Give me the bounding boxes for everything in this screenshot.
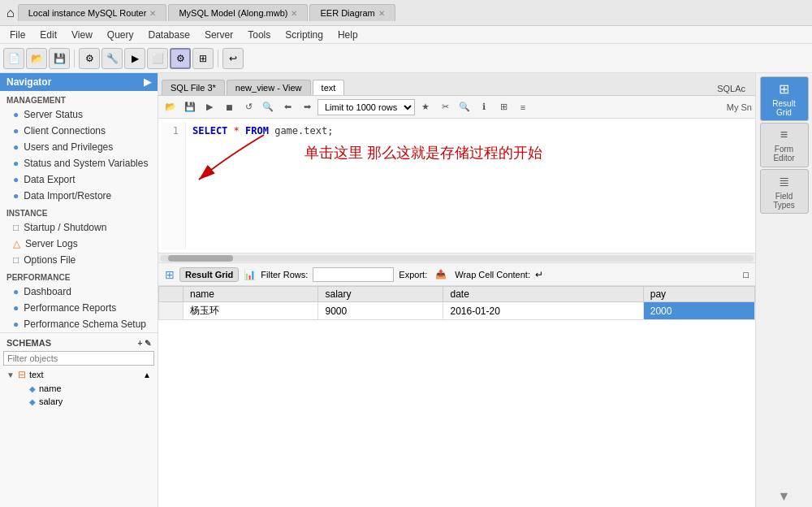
schema-child-salary[interactable]: ◆ salary [3, 395, 154, 408]
right-btn-field-types[interactable]: ≣ FieldTypes [760, 169, 809, 214]
tab-sql-file[interactable]: SQL File 3* [162, 80, 225, 95]
menu-help[interactable]: Help [331, 28, 365, 42]
menu-tools[interactable]: Tools [241, 28, 277, 42]
cell-pay[interactable]: 2000 [643, 302, 754, 320]
sidebar-expand-icon[interactable]: ▶ [144, 76, 151, 88]
sidebar-item-users-privileges[interactable]: ● Users and Privileges [0, 139, 158, 155]
sql-tabs: SQL File 3* new_view - View text SQLAc [158, 73, 755, 96]
sql-save-btn[interactable]: 💾 [181, 98, 199, 116]
toolbar-new-btn[interactable]: 📄 [3, 48, 24, 69]
toolbar-btn5[interactable]: ⬜ [147, 48, 168, 69]
sidebar-item-perf-reports[interactable]: ● Performance Reports [0, 300, 158, 316]
menu-scripting[interactable]: Scripting [279, 28, 330, 42]
sql-refresh-btn[interactable]: ↺ [240, 98, 257, 116]
sql-toolbar: 📂 💾 ▶ ⏹ ↺ 🔍 ⬅ ➡ Limit to 1000 rows ★ ✂ 🔍… [158, 96, 755, 119]
tab-close-icon[interactable]: ✕ [291, 9, 297, 18]
tab-local-instance[interactable]: Local instance MySQL Router ✕ [18, 4, 167, 21]
sql-code[interactable]: SELECT * FROM game.text; [186, 122, 752, 249]
schema-name: text [29, 370, 44, 379]
chevron-down-icon[interactable]: ▼ [778, 489, 791, 503]
menu-edit[interactable]: Edit [33, 28, 63, 42]
menu-file[interactable]: File [3, 28, 32, 42]
toolbar-btn6[interactable]: ⚙ [170, 48, 191, 69]
toolbar-sep2 [218, 50, 218, 67]
cell-date[interactable]: 2016-01-20 [443, 302, 643, 320]
sql-stop-btn[interactable]: ⏹ [220, 98, 238, 116]
main-toolbar: 📄 📂 💾 ⚙ 🔧 ▶ ⬜ ⚙ ⊞ ↩ [0, 44, 812, 73]
right-btn-result-grid[interactable]: ⊞ ResultGrid [760, 76, 809, 121]
sidebar-item-startup-shutdown[interactable]: □ Startup / Shutdown [0, 219, 158, 236]
sql-fwd-btn[interactable]: ➡ [298, 98, 316, 116]
sql-back-btn[interactable]: ⬅ [279, 98, 296, 116]
col-name: name [184, 287, 318, 302]
toolbar-btn7[interactable]: ⊞ [192, 48, 214, 69]
sidebar-item-server-logs[interactable]: △ Server Logs [0, 236, 158, 252]
client-conn-icon: ● [13, 125, 19, 136]
cell-name[interactable]: 杨玉环 [184, 302, 318, 320]
schema-db-icon: ⊟ [18, 369, 26, 380]
schema-child-name[interactable]: ◆ name [3, 382, 154, 395]
sql-run-btn[interactable]: ▶ [201, 98, 218, 116]
table-row: 杨玉环 9000 2016-01-20 2000 [159, 302, 755, 320]
toolbar-open-btn[interactable]: 📂 [26, 48, 47, 69]
toolbar-sep1 [74, 50, 75, 67]
sql-more-btn[interactable]: ≡ [514, 98, 532, 116]
toolbar-btn3[interactable]: 🔧 [102, 48, 123, 69]
schemas-section: SCHEMAS + ✎ ▼ ⊟ text ▲ ◆ name [0, 332, 158, 411]
data-export-icon: ● [13, 174, 19, 185]
tab-close-icon[interactable]: ✕ [149, 9, 156, 18]
sidebar-item-data-import[interactable]: ● Data Import/Restore [0, 188, 158, 204]
sql-editor[interactable]: 1 SELECT * FROM game.text; [158, 119, 755, 253]
right-btn-form-editor[interactable]: ≡ FormEditor [760, 123, 809, 167]
home-icon[interactable]: ⌂ [6, 6, 15, 20]
scrollbar-thumb[interactable] [168, 255, 233, 262]
toolbar-btn4[interactable]: ▶ [124, 48, 145, 69]
result-grid-panel-label: ResultGrid [772, 99, 795, 117]
tab-mysql-model[interactable]: MySQL Model (Along.mwb) ✕ [168, 4, 308, 21]
sidebar-item-label: Status and System Variables [24, 158, 148, 169]
sidebar-item-data-export[interactable]: ● Data Export [0, 171, 158, 188]
menu-view[interactable]: View [65, 28, 99, 42]
col-pay: pay [643, 287, 754, 302]
menu-database[interactable]: Database [142, 28, 197, 42]
menu-query[interactable]: Query [101, 28, 140, 42]
menu-server[interactable]: Server [198, 28, 240, 42]
sidebar-item-options-file[interactable]: □ Options File [0, 252, 158, 268]
sql-star-btn[interactable]: ★ [417, 98, 434, 116]
toolbar-save-btn[interactable]: 💾 [49, 48, 70, 69]
sidebar-item-status-variables[interactable]: ● Status and System Variables [0, 155, 158, 171]
expand-icon[interactable]: ▲ [143, 370, 151, 379]
sidebar-header: Navigator ▶ [0, 73, 158, 91]
tab-eer-diagram[interactable]: EER Diagram ✕ [309, 4, 395, 21]
sql-search-btn[interactable]: 🔍 [456, 98, 473, 116]
result-extra-icon: □ [743, 270, 749, 280]
sidebar-item-perf-schema[interactable]: ● Performance Schema Setup [0, 316, 158, 332]
cell-salary[interactable]: 9000 [318, 302, 443, 320]
chevron-down-icon: ▼ [6, 370, 15, 379]
sql-open-btn[interactable]: 📂 [162, 98, 179, 116]
sql-grid-btn[interactable]: ⊞ [495, 98, 512, 116]
tab-text[interactable]: text [313, 80, 345, 95]
limit-select[interactable]: Limit to 1000 rows [317, 99, 415, 115]
sql-scrollbar[interactable] [158, 253, 755, 262]
schema-filter-input[interactable] [3, 351, 154, 366]
tab-close-icon[interactable]: ✕ [378, 9, 385, 18]
data-import-icon: ● [13, 190, 19, 202]
result-grid-panel-icon: ⊞ [779, 81, 789, 97]
schemas-icons[interactable]: + ✎ [137, 339, 151, 348]
tab-new-view[interactable]: new_view - View [227, 80, 311, 95]
sql-scissors-btn[interactable]: ✂ [436, 98, 454, 116]
sidebar-item-client-connections[interactable]: ● Client Connections [0, 123, 158, 139]
schema-item-text[interactable]: ▼ ⊟ text ▲ [3, 367, 154, 382]
result-grid-btn[interactable]: Result Grid [179, 267, 239, 282]
sql-explain-btn[interactable]: 🔍 [259, 98, 277, 116]
tab-label: EER Diagram [320, 8, 374, 18]
sql-info-btn[interactable]: ℹ [475, 98, 493, 116]
toolbar-btn8[interactable]: ↩ [222, 48, 244, 69]
toolbar-btn2[interactable]: ⚙ [79, 48, 100, 69]
field-types-label: FieldTypes [773, 192, 795, 210]
export-btn[interactable]: 📤 [432, 266, 450, 284]
sidebar-item-server-status[interactable]: ● Server Status [0, 106, 158, 123]
sidebar-item-dashboard[interactable]: ● Dashboard [0, 284, 158, 300]
filter-rows-input[interactable] [313, 267, 394, 282]
